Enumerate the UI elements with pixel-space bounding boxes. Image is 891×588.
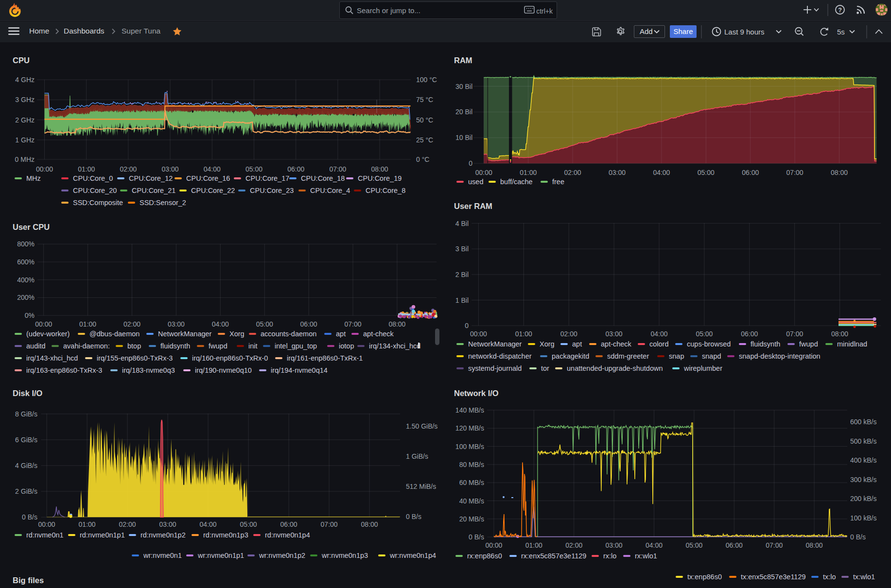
svg-text:100 MB/s: 100 MB/s <box>455 443 484 450</box>
svg-text:6 GiB/s: 6 GiB/s <box>15 436 37 444</box>
svg-text:04:00: 04:00 <box>646 541 663 549</box>
svg-text:04:00: 04:00 <box>212 320 229 328</box>
svg-text:1 GHz: 1 GHz <box>15 136 35 144</box>
svg-text:08:00: 08:00 <box>806 541 823 549</box>
svg-text:03:00: 03:00 <box>606 330 623 338</box>
svg-text:07:00: 07:00 <box>786 169 804 176</box>
svg-text:140 MB/s: 140 MB/s <box>455 406 484 414</box>
svg-text:25 °C: 25 °C <box>416 136 433 144</box>
svg-text:03:00: 03:00 <box>162 165 179 173</box>
svg-text:4 GiB/s: 4 GiB/s <box>15 462 37 469</box>
svg-text:400%: 400% <box>17 276 35 284</box>
svg-text:0 B/s: 0 B/s <box>850 533 866 541</box>
svg-text:02:00: 02:00 <box>564 169 581 176</box>
svg-text:01:00: 01:00 <box>525 541 542 549</box>
svg-text:00:00: 00:00 <box>485 541 502 549</box>
svg-text:06:00: 06:00 <box>280 520 297 528</box>
svg-text:04:00: 04:00 <box>204 165 221 173</box>
svg-text:07:00: 07:00 <box>766 541 783 549</box>
svg-text:512 MiB/s: 512 MiB/s <box>406 483 436 490</box>
svg-text:04:00: 04:00 <box>200 520 217 528</box>
svg-text:8 GiB/s: 8 GiB/s <box>15 410 37 418</box>
svg-text:0 MHz: 0 MHz <box>15 156 35 163</box>
svg-text:2 Bil: 2 Bil <box>455 271 469 278</box>
svg-text:01:00: 01:00 <box>79 520 96 528</box>
svg-text:10 Bil: 10 Bil <box>455 134 472 141</box>
svg-text:05:00: 05:00 <box>696 330 713 338</box>
svg-text:1.50 GiB/s: 1.50 GiB/s <box>406 422 437 430</box>
svg-text:0: 0 <box>465 322 469 329</box>
svg-text:05:00: 05:00 <box>245 165 262 173</box>
svg-text:1 GiB/s: 1 GiB/s <box>406 452 428 460</box>
svg-text:0%: 0% <box>25 311 35 319</box>
svg-text:05:00: 05:00 <box>240 520 257 528</box>
svg-text:?: ? <box>838 7 842 14</box>
svg-text:4 GHz: 4 GHz <box>15 76 35 84</box>
svg-text:05:00: 05:00 <box>256 320 273 328</box>
svg-text:400 kB/s: 400 kB/s <box>850 456 876 464</box>
svg-text:03:00: 03:00 <box>606 541 623 549</box>
svg-text:3 GHz: 3 GHz <box>15 96 35 104</box>
svg-text:600 kB/s: 600 kB/s <box>850 418 876 426</box>
svg-text:03:00: 03:00 <box>609 169 626 176</box>
svg-text:0 B/s: 0 B/s <box>469 533 484 541</box>
svg-text:02:00: 02:00 <box>120 165 137 173</box>
svg-text:4 Bil: 4 Bil <box>455 220 469 227</box>
svg-text:500 kB/s: 500 kB/s <box>850 437 876 445</box>
svg-text:00:00: 00:00 <box>38 520 55 528</box>
svg-text:2 GHz: 2 GHz <box>15 116 35 124</box>
svg-text:08:00: 08:00 <box>831 330 848 338</box>
svg-text:02:00: 02:00 <box>119 520 136 528</box>
svg-text:08:00: 08:00 <box>388 320 405 328</box>
svg-text:00:00: 00:00 <box>475 169 492 176</box>
svg-text:07:00: 07:00 <box>344 320 361 328</box>
svg-text:60 MB/s: 60 MB/s <box>459 479 484 486</box>
svg-text:08:00: 08:00 <box>831 169 848 176</box>
svg-text:06:00: 06:00 <box>300 320 317 328</box>
svg-text:50 °C: 50 °C <box>416 116 433 124</box>
svg-text:80 MB/s: 80 MB/s <box>459 461 484 468</box>
svg-text:01:00: 01:00 <box>79 320 96 328</box>
svg-text:0 B/s: 0 B/s <box>22 513 37 521</box>
svg-text:01:00: 01:00 <box>78 165 95 173</box>
svg-text:04:00: 04:00 <box>653 169 670 176</box>
svg-text:75 °C: 75 °C <box>416 96 433 104</box>
svg-text:07:00: 07:00 <box>321 520 338 528</box>
svg-text:600%: 600% <box>17 258 35 266</box>
svg-text:40 MB/s: 40 MB/s <box>459 497 484 505</box>
svg-text:06:00: 06:00 <box>742 169 759 176</box>
svg-text:00:00: 00:00 <box>35 320 52 328</box>
svg-text:1 Bil: 1 Bil <box>455 296 469 304</box>
svg-text:100 °C: 100 °C <box>416 76 437 84</box>
svg-text:04:00: 04:00 <box>650 330 667 338</box>
svg-text:05:00: 05:00 <box>685 541 702 549</box>
svg-text:01:00: 01:00 <box>520 169 537 176</box>
svg-text:06:00: 06:00 <box>726 541 743 549</box>
svg-text:02:00: 02:00 <box>565 541 582 549</box>
svg-text:0: 0 <box>469 159 472 167</box>
svg-text:20 Bil: 20 Bil <box>455 108 472 116</box>
svg-text:300 kB/s: 300 kB/s <box>850 476 876 484</box>
svg-text:00:00: 00:00 <box>470 330 487 338</box>
svg-text:20 MB/s: 20 MB/s <box>459 515 484 523</box>
svg-text:06:00: 06:00 <box>741 330 758 338</box>
svg-text:03:00: 03:00 <box>168 320 185 328</box>
svg-text:08:00: 08:00 <box>361 520 378 528</box>
svg-text:07:00: 07:00 <box>786 330 803 338</box>
svg-text:800%: 800% <box>17 240 35 248</box>
svg-text:200%: 200% <box>17 294 35 301</box>
svg-text:07:00: 07:00 <box>329 165 346 173</box>
svg-text:03:00: 03:00 <box>159 520 176 528</box>
svg-text:02:00: 02:00 <box>560 330 577 338</box>
svg-text:02:00: 02:00 <box>123 320 140 328</box>
svg-text:01:00: 01:00 <box>515 330 532 338</box>
svg-text:120 MB/s: 120 MB/s <box>455 424 484 432</box>
svg-text:00:00: 00:00 <box>36 165 53 173</box>
svg-text:0 °C: 0 °C <box>416 156 429 163</box>
svg-text:30 Bil: 30 Bil <box>455 83 472 90</box>
svg-text:05:00: 05:00 <box>698 169 715 176</box>
svg-text:100 kB/s: 100 kB/s <box>850 514 876 522</box>
svg-text:0 B/s: 0 B/s <box>406 513 421 520</box>
svg-text:06:00: 06:00 <box>287 165 304 173</box>
svg-text:2 GiB/s: 2 GiB/s <box>15 487 37 495</box>
